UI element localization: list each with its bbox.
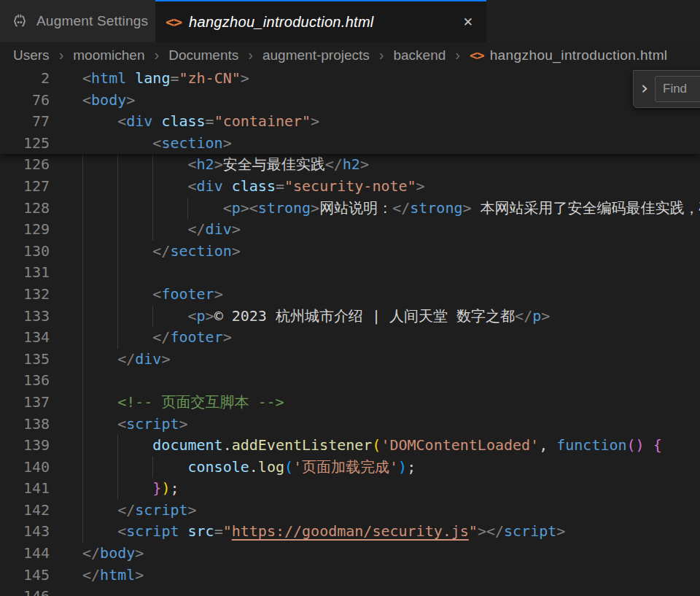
code-line[interactable]: 129 </div> xyxy=(0,219,700,241)
code-text: </script> xyxy=(82,500,197,522)
code-line[interactable]: 135 </div> xyxy=(0,349,700,371)
line-number[interactable]: 129 xyxy=(0,219,50,241)
code-line[interactable]: 130 </section> xyxy=(0,241,700,263)
code-line[interactable]: 133 <p>© 2023 杭州城市介绍 | 人间天堂 数字之都</p> xyxy=(0,306,700,328)
close-icon[interactable]: ✕ xyxy=(460,13,476,31)
line-number[interactable]: 137 xyxy=(0,392,50,414)
code-text: <section> xyxy=(82,133,232,155)
code-token: html xyxy=(91,69,126,87)
code-line[interactable]: 145</html> xyxy=(0,565,700,587)
line-number[interactable]: 141 xyxy=(0,478,50,500)
code-token: section xyxy=(161,134,222,152)
code-token: < xyxy=(223,199,232,217)
line-number[interactable]: 126 xyxy=(0,154,50,176)
breadcrumb-segment[interactable]: Documents xyxy=(168,47,238,63)
code-line[interactable]: 136 xyxy=(0,370,700,392)
line-number[interactable]: 130 xyxy=(0,241,50,263)
sticky-scroll[interactable]: 2<html lang="zh-CN">76<body>77 <div clas… xyxy=(0,68,700,154)
line-number[interactable]: 134 xyxy=(0,327,50,349)
line-number[interactable]: 127 xyxy=(0,176,50,198)
line-number[interactable]: 131 xyxy=(0,262,50,284)
code-line[interactable]: 128 <p><strong>网站说明：</strong> 本网站采用了安全编码… xyxy=(0,198,700,220)
code-line[interactable]: 131 xyxy=(0,262,700,284)
find-toggle-replace-chevron-icon[interactable]: › xyxy=(634,77,655,101)
code-line[interactable]: 2<html lang="zh-CN"> xyxy=(0,68,700,90)
code-token: p xyxy=(197,307,206,325)
code-token: > xyxy=(416,177,425,195)
line-number[interactable]: 133 xyxy=(0,306,50,328)
code-token: " xyxy=(223,522,232,540)
code-line[interactable]: 146 xyxy=(0,586,700,596)
code-line[interactable]: 127 <div class="security-note"> xyxy=(0,176,700,198)
code-line[interactable]: 144</body> xyxy=(0,543,700,565)
code-token: ( xyxy=(372,436,381,454)
code-line[interactable]: 138 <script> xyxy=(0,414,700,436)
code-token: > xyxy=(214,285,223,303)
line-number[interactable]: 136 xyxy=(0,370,50,392)
code-line[interactable]: 132 <footer> xyxy=(0,284,700,306)
code-token: > xyxy=(311,112,319,130)
code-token: > xyxy=(223,328,232,346)
tab-hangzhou-introduction-html[interactable]: <> hangzhou_introduction.html ✕ xyxy=(155,0,486,42)
code-token: < xyxy=(117,112,126,130)
line-number[interactable]: 125 xyxy=(0,133,50,155)
line-number[interactable]: 76 xyxy=(0,90,50,112)
code-text: <!-- 页面交互脚本 --> xyxy=(82,392,284,414)
code-token: 网站说明： xyxy=(319,199,392,217)
code-line[interactable]: 77 <div class="container"> xyxy=(0,111,700,133)
code-text: }); xyxy=(82,478,179,500)
line-number[interactable]: 139 xyxy=(0,435,50,457)
line-number[interactable]: 77 xyxy=(0,111,50,133)
code-token: < xyxy=(152,134,161,152)
code-line[interactable]: 142 </script> xyxy=(0,500,700,522)
code-line[interactable]: 140 console.log('页面加载完成'); xyxy=(0,457,700,479)
code-editor[interactable]: 2<html lang="zh-CN">76<body>77 <div clas… xyxy=(0,68,700,596)
line-number[interactable]: 132 xyxy=(0,284,50,306)
code-line[interactable]: 141 }); xyxy=(0,478,700,500)
line-number[interactable]: 2 xyxy=(0,68,50,90)
tab-augment-settings[interactable]: Augment Settings xyxy=(0,0,155,42)
code-token: = xyxy=(276,177,284,195)
line-number[interactable]: 138 xyxy=(0,414,50,436)
breadcrumb-segment[interactable]: moomichen xyxy=(73,47,144,63)
line-number[interactable]: 146 xyxy=(0,586,50,596)
code-text: </html> xyxy=(82,565,144,587)
line-number[interactable]: 145 xyxy=(0,565,50,587)
code-link[interactable]: https://goodman/security.js xyxy=(232,522,469,540)
line-number[interactable]: 142 xyxy=(0,500,50,522)
code-token: > xyxy=(232,242,241,260)
code-token: 'DOMContentLoaded' xyxy=(381,436,539,454)
find-input[interactable] xyxy=(655,76,700,102)
line-number[interactable]: 135 xyxy=(0,349,50,371)
code-text: </div> xyxy=(82,349,170,371)
code-token: "security-note" xyxy=(284,177,416,195)
code-token: = xyxy=(214,522,223,540)
code-line[interactable]: 134 </footer> xyxy=(0,327,700,349)
breadcrumb-segment[interactable]: Users xyxy=(13,47,50,63)
breadcrumb-segment[interactable]: backend xyxy=(393,47,446,63)
code-token: </ xyxy=(325,155,343,173)
line-number[interactable]: 140 xyxy=(0,457,50,479)
code-text: <div class="security-note"> xyxy=(82,176,425,198)
code-token: . xyxy=(223,436,232,454)
code-token: , xyxy=(539,436,556,454)
breadcrumb-segment[interactable]: augment-projects xyxy=(262,47,370,63)
code-line[interactable]: 125 <section> xyxy=(0,133,700,155)
breadcrumb-file[interactable]: hangzhou_introduction.html xyxy=(490,47,668,63)
code-token: script xyxy=(135,501,187,519)
code-line[interactable]: 76<body> xyxy=(0,90,700,112)
line-number[interactable]: 143 xyxy=(0,521,50,543)
code-token: h2 xyxy=(197,155,214,173)
code-line[interactable]: 137 <!-- 页面交互脚本 --> xyxy=(0,392,700,414)
code-token: () xyxy=(627,436,645,454)
code-token: lang xyxy=(135,69,170,87)
code-token: > xyxy=(206,307,214,325)
code-token: src xyxy=(188,522,214,540)
code-token: = xyxy=(170,69,179,87)
code-line[interactable]: 143 <script src="https://goodman/securit… xyxy=(0,521,700,543)
code-line[interactable]: 139 document.addEventListener('DOMConten… xyxy=(0,435,700,457)
find-widget[interactable]: › xyxy=(633,70,700,108)
line-number[interactable]: 144 xyxy=(0,543,50,565)
line-number[interactable]: 128 xyxy=(0,198,50,220)
code-line[interactable]: 126 <h2>安全与最佳实践</h2> xyxy=(0,154,700,176)
